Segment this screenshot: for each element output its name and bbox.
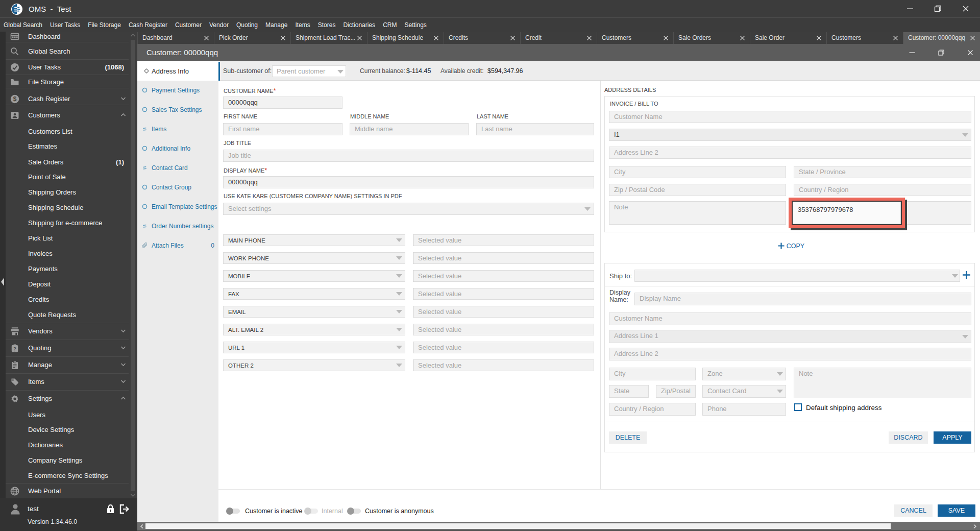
- svg-text:?: ?: [13, 346, 16, 351]
- svg-text:$: $: [13, 95, 17, 103]
